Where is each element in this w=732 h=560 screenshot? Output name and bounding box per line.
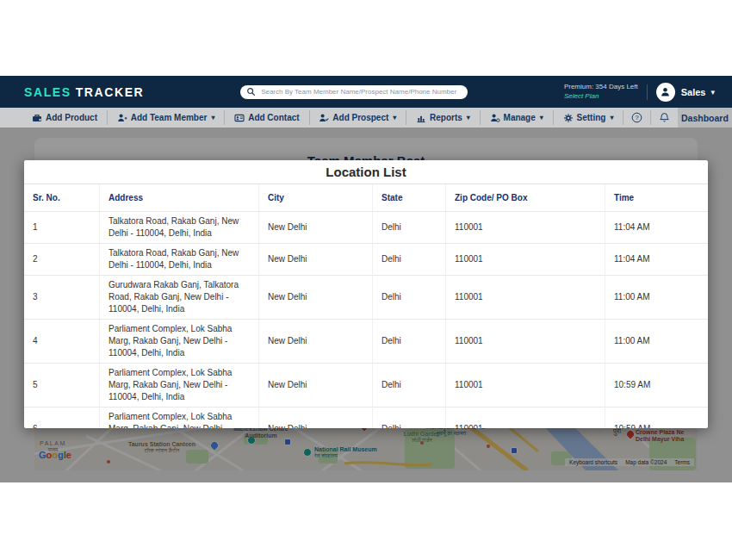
- table-header-row: Sr. No. Address City State Zip Code/ PO …: [24, 184, 708, 212]
- table-row: 5 Parliament Complex, Lok Sabha Marg, Ra…: [24, 364, 708, 408]
- cell-state: Delhi: [372, 276, 445, 320]
- premium-days-left: Premium: 354 Days Left: [564, 83, 638, 91]
- add-contact-label: Add Contact: [248, 113, 299, 122]
- cell-sr: 6: [24, 408, 99, 428]
- cell-time: 10:59 AM: [605, 408, 708, 428]
- add-product-button[interactable]: Add Product: [22, 108, 107, 128]
- person-gear-icon: [490, 113, 500, 123]
- bell-icon: [659, 112, 670, 123]
- reports-label: Reports: [430, 113, 462, 122]
- cell-zip: 110001: [445, 408, 605, 428]
- avatar-person-icon: [660, 86, 671, 97]
- cell-address: Talkatora Road, Rakab Ganj, New Delhi - …: [99, 212, 258, 244]
- caret-down-icon: ▾: [393, 114, 396, 121]
- add-team-member-label: Add Team Member: [131, 113, 208, 122]
- table-row: 4 Parliament Complex, Lok Sabha Marg, Ra…: [24, 320, 708, 364]
- question-circle-icon: ?: [631, 112, 642, 123]
- cell-sr: 1: [24, 212, 99, 244]
- modal-title: Location List: [24, 160, 708, 184]
- search-zone: [144, 85, 564, 99]
- cell-zip: 110001: [445, 364, 605, 408]
- table-row: 3 Gurudwara Rakab Ganj, Talkatora Road, …: [24, 276, 708, 320]
- screenshot-root: SALESTRACKER Premium: 354 Days Left Sele…: [0, 0, 732, 560]
- cell-time: 11:04 AM: [605, 244, 708, 276]
- cell-time: 11:00 AM: [605, 276, 708, 320]
- caret-down-icon: ▾: [540, 114, 543, 121]
- person-check-icon: [319, 113, 329, 123]
- person-plus-icon: [117, 113, 127, 123]
- col-address: Address: [99, 184, 258, 212]
- search-input[interactable]: [259, 87, 462, 96]
- logo-tracker: TRACKER: [76, 85, 145, 99]
- search-icon: [246, 84, 256, 100]
- content-area: Team Member Beat: [0, 128, 732, 482]
- global-search[interactable]: [240, 85, 468, 99]
- cell-city: New Delhi: [258, 408, 372, 428]
- cell-city: New Delhi: [258, 212, 372, 244]
- cell-zip: 110001: [445, 244, 605, 276]
- manage-button[interactable]: Manage ▾: [481, 108, 553, 128]
- svg-text:?: ?: [636, 114, 639, 121]
- top-header: SALESTRACKER Premium: 354 Days Left Sele…: [0, 76, 732, 108]
- help-button[interactable]: ?: [623, 108, 650, 128]
- cell-time: 10:59 AM: [605, 364, 708, 408]
- tab-dashboard[interactable]: Dashboard: [678, 108, 732, 128]
- col-state: State: [372, 184, 445, 212]
- setting-button[interactable]: Setting ▾: [554, 108, 623, 128]
- contact-card-icon: [234, 113, 245, 123]
- user-name: Sales: [681, 87, 706, 97]
- location-list-modal: Location List Sr. No. Address City State…: [24, 160, 708, 428]
- premium-info: Premium: 354 Days Left Select Plan: [564, 83, 638, 101]
- cell-address: Parliament Complex, Lok Sabha Marg, Raka…: [99, 320, 258, 364]
- table-row: 6 Parliament Complex, Lok Sabha Marg, Ra…: [24, 408, 708, 428]
- caret-down-icon: ▾: [610, 114, 613, 121]
- cell-state: Delhi: [372, 408, 445, 428]
- cell-state: Delhi: [372, 244, 445, 276]
- table-row: 1 Talkatora Road, Rakab Ganj, New Delhi …: [24, 212, 708, 244]
- add-prospect-button[interactable]: Add Prospect ▾: [309, 108, 406, 128]
- briefcase-plus-icon: [32, 113, 42, 123]
- main-toolbar: Add Product Add Team Member ▾: [0, 108, 732, 128]
- app-window: SALESTRACKER Premium: 354 Days Left Sele…: [0, 76, 732, 482]
- cell-zip: 110001: [445, 320, 605, 364]
- user-menu[interactable]: Sales ▾: [681, 87, 715, 97]
- add-product-label: Add Product: [46, 113, 97, 122]
- header-divider: [647, 84, 648, 100]
- reports-button[interactable]: Reports ▾: [406, 108, 480, 128]
- add-team-member-button[interactable]: Add Team Member ▾: [108, 108, 225, 128]
- cell-address: Parliament Complex, Lok Sabha Marg, Raka…: [99, 364, 258, 408]
- user-avatar[interactable]: [656, 83, 675, 102]
- cell-city: New Delhi: [258, 244, 372, 276]
- cell-sr: 5: [24, 364, 99, 408]
- cell-sr: 4: [24, 320, 99, 364]
- cell-sr: 3: [24, 276, 99, 320]
- caret-down-icon: ▾: [211, 114, 214, 121]
- gear-icon: [563, 113, 574, 123]
- bar-chart-icon: [416, 113, 426, 123]
- select-plan-link[interactable]: Select Plan: [564, 92, 638, 101]
- col-zip: Zip Code/ PO Box: [445, 184, 605, 212]
- cell-address: Talkatora Road, Rakab Ganj, New Delhi - …: [99, 244, 258, 276]
- cell-sr: 2: [24, 244, 99, 276]
- cell-time: 11:04 AM: [605, 212, 708, 244]
- manage-label: Manage: [504, 113, 536, 122]
- col-sr-no: Sr. No.: [24, 184, 99, 212]
- col-city: City: [258, 184, 372, 212]
- cell-zip: 110001: [445, 212, 605, 244]
- dashboard-label: Dashboard: [681, 113, 729, 123]
- col-time: Time: [605, 184, 708, 212]
- app-logo: SALESTRACKER: [24, 85, 144, 99]
- cell-city: New Delhi: [258, 276, 372, 320]
- cell-zip: 110001: [445, 276, 605, 320]
- cell-state: Delhi: [372, 364, 445, 408]
- logo-sales: SALES: [24, 85, 71, 99]
- cell-address: Parliament Complex, Lok Sabha Marg, Raka…: [99, 408, 258, 428]
- add-contact-button[interactable]: Add Contact: [225, 108, 308, 128]
- notifications-button[interactable]: [651, 108, 678, 128]
- cell-city: New Delhi: [258, 320, 372, 364]
- add-prospect-label: Add Prospect: [332, 113, 388, 122]
- table-body: 1 Talkatora Road, Rakab Ganj, New Delhi …: [24, 212, 708, 428]
- cell-address: Gurudwara Rakab Ganj, Talkatora Road, Ra…: [99, 276, 258, 320]
- setting-label: Setting: [577, 113, 606, 122]
- caret-down-icon: ▾: [467, 114, 470, 121]
